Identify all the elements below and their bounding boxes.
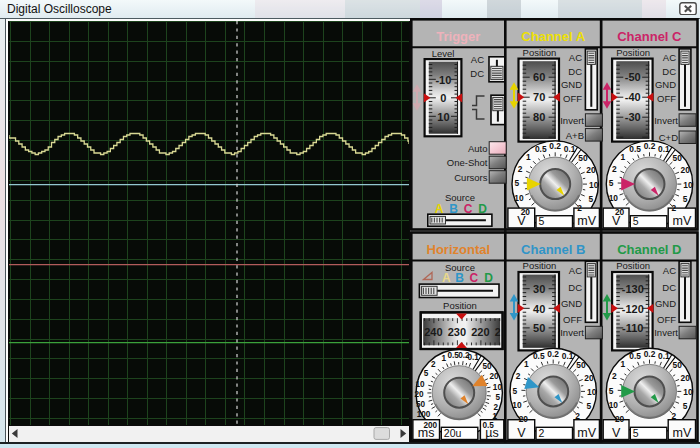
svg-text:2: 2	[518, 164, 523, 174]
svg-text:Invert: Invert	[654, 115, 678, 126]
svg-text:Cursors: Cursors	[454, 172, 488, 183]
svg-text:-110: -110	[622, 322, 643, 334]
svg-text:C: C	[464, 202, 473, 216]
svg-text:10: 10	[416, 380, 426, 389]
svg-text:10: 10	[493, 383, 503, 392]
svg-text:5: 5	[424, 369, 429, 378]
svg-text:A+B: A+B	[566, 130, 584, 141]
svg-text:AC: AC	[569, 265, 582, 276]
svg-text:-50: -50	[625, 71, 641, 83]
svg-text:V: V	[612, 426, 621, 440]
svg-text:0.1: 0.1	[562, 351, 574, 361]
svg-text:0.5: 0.5	[482, 421, 494, 430]
svg-text:10: 10	[437, 111, 449, 123]
svg-text:1: 1	[620, 359, 625, 369]
svg-text:230: 230	[448, 326, 466, 338]
svg-text:C+D: C+D	[659, 132, 678, 143]
svg-text:5: 5	[683, 401, 688, 411]
svg-text:0.5: 0.5	[629, 351, 641, 361]
svg-text:50: 50	[483, 362, 493, 371]
svg-text:1: 1	[524, 359, 529, 369]
svg-text:Horizontal: Horizontal	[427, 242, 491, 257]
svg-text:20: 20	[681, 165, 691, 175]
svg-text:2: 2	[672, 411, 677, 421]
svg-text:Position: Position	[523, 260, 557, 271]
svg-text:20: 20	[584, 373, 594, 383]
svg-text:OFF: OFF	[657, 93, 676, 104]
svg-text:A: A	[435, 202, 444, 216]
svg-text:20: 20	[519, 414, 529, 424]
svg-text:AC: AC	[663, 265, 676, 276]
svg-text:5: 5	[633, 427, 639, 439]
svg-text:50: 50	[673, 360, 683, 370]
svg-text:0.1: 0.1	[658, 144, 670, 154]
svg-text:GND: GND	[655, 298, 676, 309]
svg-text:V: V	[517, 426, 526, 440]
svg-text:80: 80	[533, 111, 545, 123]
svg-text:20: 20	[586, 165, 596, 175]
svg-text:40: 40	[533, 303, 545, 315]
svg-text:5: 5	[514, 178, 519, 188]
svg-text:Level: Level	[432, 48, 455, 59]
svg-text:10: 10	[514, 193, 524, 203]
svg-text:1: 1	[620, 152, 625, 162]
svg-text:GND: GND	[561, 298, 582, 309]
svg-text:0.1: 0.1	[467, 353, 479, 362]
svg-text:220: 220	[471, 326, 489, 338]
svg-text:5: 5	[539, 215, 545, 227]
svg-text:0.1: 0.1	[658, 351, 670, 361]
svg-text:-30: -30	[625, 111, 641, 123]
svg-text:10: 10	[609, 193, 619, 203]
svg-text:AC: AC	[663, 52, 676, 63]
svg-text:20: 20	[414, 390, 424, 399]
svg-text:DC: DC	[568, 66, 582, 77]
svg-text:1: 1	[493, 412, 498, 421]
svg-text:0: 0	[440, 92, 446, 104]
svg-text:240: 240	[424, 326, 442, 338]
svg-text:30: 30	[533, 283, 545, 295]
svg-text:D: D	[484, 271, 493, 285]
svg-text:Invert: Invert	[654, 327, 678, 338]
svg-text:50: 50	[533, 322, 545, 334]
svg-text:20u: 20u	[444, 427, 462, 439]
svg-text:50: 50	[576, 360, 586, 370]
svg-text:DC: DC	[568, 282, 582, 293]
svg-text:5: 5	[609, 386, 614, 396]
svg-text:5: 5	[683, 194, 688, 204]
svg-text:-40: -40	[625, 91, 641, 103]
svg-text:Position: Position	[616, 47, 650, 58]
svg-text:0.2: 0.2	[547, 349, 559, 359]
svg-text:Trigger: Trigger	[436, 29, 480, 44]
svg-text:10: 10	[589, 180, 599, 190]
svg-text:AC: AC	[471, 54, 484, 65]
svg-text:D: D	[478, 202, 487, 216]
svg-text:DC: DC	[662, 66, 676, 77]
svg-text:0.2: 0.2	[644, 141, 656, 151]
svg-text:5: 5	[589, 194, 594, 204]
svg-text:Position: Position	[523, 47, 557, 58]
svg-text:A: A	[442, 271, 451, 285]
svg-text:OFF: OFF	[657, 314, 676, 325]
svg-text:2: 2	[575, 411, 580, 421]
svg-text:Position: Position	[443, 300, 477, 311]
svg-text:10: 10	[512, 400, 522, 410]
svg-text:5: 5	[587, 401, 592, 411]
svg-text:60: 60	[533, 71, 545, 83]
svg-text:0.2: 0.2	[644, 349, 656, 359]
svg-text:2: 2	[493, 403, 498, 412]
svg-text:-10: -10	[435, 74, 451, 86]
svg-text:100: 100	[417, 410, 431, 419]
svg-text:DC: DC	[470, 68, 484, 79]
svg-text:Auto: Auto	[468, 143, 488, 154]
svg-text:0.5: 0.5	[629, 144, 641, 154]
svg-text:0.1: 0.1	[564, 144, 576, 154]
svg-text:5: 5	[609, 178, 614, 188]
svg-text:2: 2	[612, 371, 617, 381]
svg-text:2: 2	[539, 427, 545, 439]
svg-text:10: 10	[683, 387, 693, 397]
svg-text:mV: mV	[577, 214, 596, 228]
svg-text:AC: AC	[569, 52, 582, 63]
svg-text:GND: GND	[655, 79, 676, 90]
svg-text:70: 70	[533, 91, 545, 103]
svg-text:10: 10	[609, 400, 619, 410]
